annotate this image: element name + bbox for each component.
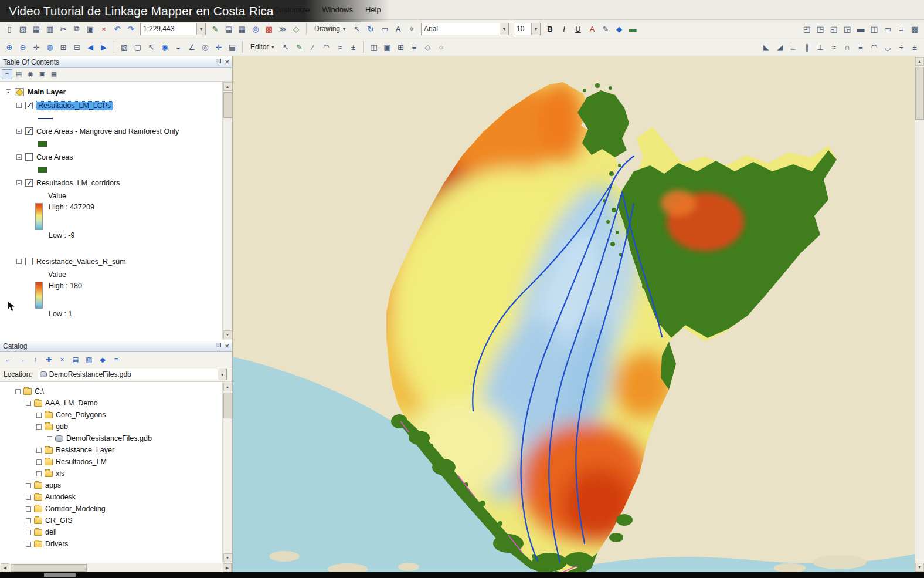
highlight-color-icon[interactable]: ▬ [626,22,639,35]
find-icon[interactable]: ◎ [199,40,212,53]
editor-menu-button[interactable]: Editor ▾ [246,40,278,54]
select-elements-icon[interactable]: ↖ [351,22,364,35]
scrollbar-thumb[interactable] [223,393,232,418]
toolbar-icon[interactable]: ≡ [895,22,908,35]
expander-icon[interactable] [15,389,21,394]
catalog-item-apps[interactable]: apps [0,479,222,491]
scrollbar-thumb[interactable] [223,92,232,118]
scroll-left-icon[interactable]: ◀ [1,563,9,572]
close-icon[interactable]: × [225,59,229,65]
select-features-icon[interactable]: ▧ [118,40,131,53]
toc-item-core-areas-mangrove[interactable]: Core Areas - Mangrove and Rainforest Onl… [0,124,222,138]
scroll-right-icon[interactable]: ▶ [223,563,232,572]
expander-icon[interactable] [26,483,31,488]
text-tool-icon[interactable]: A [392,22,405,35]
toolbar-icon[interactable]: ∥ [800,40,813,53]
endpoint-tool-icon[interactable]: ± [346,40,359,53]
toolbar-icon[interactable]: ÷ [895,40,908,53]
edit-vertices-icon[interactable]: ✧ [405,22,418,35]
trace-tool-icon[interactable]: ≈ [333,40,346,53]
fixed-zoom-in-icon[interactable]: ⊞ [57,40,70,53]
scrollbar-thumb[interactable] [11,564,87,572]
catalog-item-cr-gis[interactable]: CR_GIS [0,515,222,526]
pin-icon[interactable] [215,343,220,349]
delete-icon[interactable]: × [97,22,110,35]
html-popup-icon[interactable]: ◒ [172,40,185,53]
redo-icon[interactable]: ↷ [124,22,137,35]
toolbar-icon[interactable]: ▣ [381,40,393,53]
catalog-item-demoresistancefiles[interactable]: DemoResistanceFiles.gdb [0,432,222,444]
toc-item-resistance-values[interactable]: Resistance_Values_R_sum [0,255,222,268]
expander-icon[interactable] [26,401,31,406]
catalog-window-icon[interactable]: ▦ [236,22,249,35]
edit-tool-icon[interactable]: ↖ [279,40,292,53]
print-icon[interactable]: ▥ [43,22,56,35]
expander-icon[interactable] [26,530,31,535]
select-elements-icon[interactable]: ↖ [145,40,158,53]
contents-view-icon[interactable]: ▤ [70,354,81,366]
toolbar-icon[interactable]: ≡ [854,40,867,53]
disconnect-folder-icon[interactable]: × [56,354,68,366]
catalog-item-c-drive[interactable]: C:\ [0,386,222,397]
toolbar-icon[interactable]: ∩ [841,40,854,53]
collapse-icon[interactable] [16,154,22,160]
layer-visibility-checkbox[interactable] [25,102,33,109]
layer-visibility-checkbox[interactable] [25,179,33,187]
attribute-table-icon[interactable]: ▤ [226,40,239,53]
line-color-icon[interactable]: ✎ [599,22,612,35]
undo-icon[interactable]: ↶ [111,22,124,35]
measure-icon[interactable]: ∠ [185,40,198,53]
catalog-item-corridor-modeling[interactable]: Corridor_Modeling [0,503,222,515]
font-color-icon[interactable]: A [586,22,599,35]
toolbar-icon[interactable]: ≈ [827,40,840,53]
core-areas-symbol[interactable] [0,164,222,176]
collapse-icon[interactable] [16,259,22,264]
chevron-down-icon[interactable]: ▾ [500,23,508,35]
toolbar-icon[interactable]: ◫ [868,22,881,35]
pin-icon[interactable] [215,59,220,65]
python-window-icon[interactable]: ≫ [276,22,289,35]
font-combobox[interactable]: Arial ▾ [421,23,509,35]
zoom-out-icon[interactable]: ⊖ [16,40,29,53]
map-canvas[interactable] [233,56,915,572]
paste-icon[interactable]: ▣ [84,22,97,35]
launch-arcmap-icon[interactable]: ◆ [97,354,108,366]
table-of-contents-icon[interactable]: ▤ [222,22,235,35]
toolbar-icon[interactable]: ◳ [814,22,827,35]
expander-icon[interactable] [47,436,52,441]
scroll-up-icon[interactable]: ▲ [223,82,232,91]
expander-icon[interactable] [36,459,42,465]
scroll-up-icon[interactable]: ▲ [223,383,232,391]
editor-toolbar-icon[interactable]: ✎ [209,22,222,35]
collapse-icon[interactable] [16,129,22,134]
close-icon[interactable]: × [225,343,229,349]
scroll-down-icon[interactable]: ▼ [223,553,232,562]
catalog-item-autodesk[interactable]: Autodesk [0,491,222,503]
scroll-up-icon[interactable]: ▲ [915,57,924,66]
catalog-item-resistance-layer[interactable]: Resistance_Layer [0,444,222,456]
catalog-scrollbar[interactable]: ▲ ▼ [222,382,232,563]
pan-icon[interactable]: ✛ [30,40,43,53]
expander-icon[interactable] [26,495,31,500]
catalog-item-xls[interactable]: xls [0,468,222,479]
expander-icon[interactable] [26,506,31,512]
toolbar-icon[interactable]: ◫ [367,40,380,53]
save-icon[interactable]: ▦ [30,22,43,35]
layer-label[interactable]: Core Areas - Mangrove and Rainforest Onl… [36,127,179,136]
core-areas-mangrove-symbol[interactable] [0,138,222,150]
zoom-in-icon[interactable]: ⊕ [3,40,16,53]
up-one-level-icon[interactable]: ↑ [29,354,41,366]
modelbuilder-icon[interactable]: ◇ [290,22,303,35]
rectangle-tool-icon[interactable]: ▭ [378,22,391,35]
toolbar-icon[interactable]: ⊞ [394,40,407,53]
cut-icon[interactable]: ✂ [57,22,70,35]
catalog-item-core-polygons[interactable]: Core_Polygons [0,409,222,421]
forward-extent-icon[interactable]: ▶ [97,40,110,53]
map-scrollbar[interactable]: ▲ ▼ [915,56,924,572]
toolbar-icon[interactable]: ◢ [773,40,786,53]
scroll-down-icon[interactable]: ▼ [915,563,924,572]
fill-color-icon[interactable]: ◆ [613,22,626,35]
layer-visibility-checkbox[interactable] [25,127,33,135]
layer-label[interactable]: Core Areas [36,153,73,161]
toc-item-resultados-lm-lcps[interactable]: Resultados_LM_LCPs [0,99,222,112]
